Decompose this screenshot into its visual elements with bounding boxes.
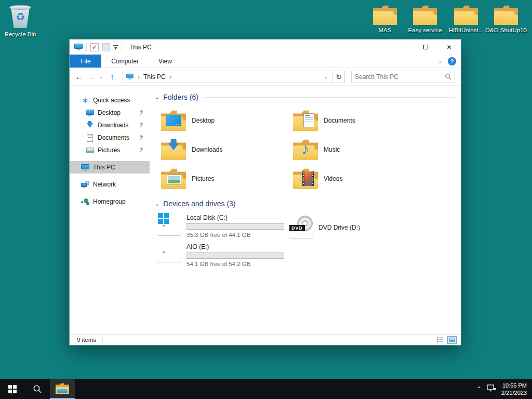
drives-section-header[interactable]: ⌄ Devices and drives (3) bbox=[155, 198, 457, 209]
qat-properties-button[interactable]: ✓ bbox=[90, 43, 99, 51]
clock-date: 2/21/2023 bbox=[501, 390, 527, 396]
folder-icon bbox=[373, 5, 397, 25]
pin-icon bbox=[138, 135, 144, 141]
desktop-shortcut-oo-shutup10[interactable]: O&O ShutUp10 bbox=[485, 5, 527, 34]
folder-item-music[interactable]: ♪ Music bbox=[293, 135, 425, 164]
sidebar-item-homegroup[interactable]: Homegroup bbox=[70, 195, 150, 208]
taskbar-file-explorer-button[interactable] bbox=[50, 379, 75, 399]
sidebar-item-this-pc[interactable]: This PC bbox=[70, 161, 150, 174]
this-pc-icon bbox=[81, 163, 89, 171]
breadcrumb-separator: › bbox=[134, 73, 143, 81]
drive-item-local-disk-c[interactable]: Local Disk (C:) 35.3 GB free of 44.1 GB bbox=[157, 213, 289, 242]
qat-new-folder-button[interactable] bbox=[102, 43, 110, 51]
file-explorer-icon bbox=[56, 383, 69, 394]
minimize-button[interactable] bbox=[391, 39, 414, 55]
desktop-shortcut-mas[interactable]: MAS bbox=[364, 5, 406, 34]
search-input[interactable] bbox=[355, 73, 445, 81]
desktop-icon bbox=[86, 109, 94, 117]
music-folder-icon: ♪ bbox=[293, 139, 318, 160]
address-dropdown-chevron[interactable]: ⌄ bbox=[320, 74, 332, 79]
pin-icon bbox=[138, 147, 144, 153]
taskbar-search-button[interactable] bbox=[25, 379, 50, 399]
documents-folder-icon bbox=[293, 110, 318, 131]
search-icon bbox=[445, 73, 451, 80]
pictures-folder-icon bbox=[161, 168, 186, 189]
recycle-bin-label: Recycle Bin bbox=[0, 31, 41, 38]
quick-access-star-icon: ✶ bbox=[81, 96, 89, 104]
desktop-shortcut-hibituninstaller[interactable]: HiBitUninst... bbox=[445, 5, 487, 34]
taskbar-clock[interactable]: 10:55 PM 2/21/2023 bbox=[501, 382, 527, 396]
collapse-chevron-icon[interactable]: ⌄ bbox=[155, 94, 159, 101]
navigation-bar: ← → ⌄ ↑ › This PC › ⌄ ↻ bbox=[70, 68, 461, 86]
section-divider bbox=[241, 204, 455, 204]
start-button[interactable] bbox=[0, 379, 25, 399]
free-space-text: 35.3 GB free of 44.1 GB bbox=[187, 232, 284, 238]
status-bar: 9 items bbox=[70, 334, 461, 345]
items-count: 9 items bbox=[77, 337, 103, 343]
sidebar-item-pictures[interactable]: Pictures bbox=[70, 144, 150, 156]
capacity-bar bbox=[187, 252, 284, 259]
folder-item-videos[interactable]: Videos bbox=[293, 164, 425, 193]
folder-item-downloads[interactable]: Downloads bbox=[161, 135, 293, 164]
file-explorer-window: ✓ ▾ This PC ✕ File Computer View ⌄ bbox=[69, 39, 461, 345]
folder-item-desktop[interactable]: Desktop bbox=[161, 106, 293, 135]
this-pc-icon bbox=[126, 74, 134, 79]
refresh-button[interactable]: ↻ bbox=[333, 71, 345, 83]
videos-folder-icon bbox=[293, 168, 318, 189]
details-view-button[interactable] bbox=[435, 336, 445, 344]
network-tray-icon[interactable] bbox=[487, 384, 496, 394]
title-bar[interactable]: ✓ ▾ This PC ✕ bbox=[70, 39, 461, 55]
sidebar-item-quick-access[interactable]: ✶ Quick access bbox=[70, 94, 150, 107]
drive-item-aio-e[interactable]: AIO (E:) 54.1 GB free of 54.2 GB bbox=[157, 242, 289, 271]
forward-button[interactable]: → bbox=[85, 72, 98, 81]
window-title: This PC bbox=[129, 44, 152, 51]
drive-item-dvd-d[interactable]: DVD DVD Drive (D:) bbox=[289, 213, 421, 242]
clock-time: 10:55 PM bbox=[502, 382, 527, 389]
dvd-drive-icon: DVD bbox=[289, 216, 314, 240]
pin-icon bbox=[138, 122, 144, 128]
shortcut-label: Easy service bbox=[404, 26, 446, 34]
homegroup-icon bbox=[81, 197, 89, 206]
expand-ribbon-icon[interactable]: ⌄ bbox=[438, 58, 443, 64]
help-button[interactable]: ? bbox=[448, 57, 456, 65]
breadcrumb-this-pc[interactable]: This PC bbox=[143, 73, 166, 81]
recycle-bin-shortcut[interactable]: ♻ Recycle Bin bbox=[0, 4, 41, 38]
address-bar[interactable]: › This PC › ⌄ bbox=[123, 71, 333, 83]
tab-view[interactable]: View bbox=[149, 55, 182, 68]
pictures-icon bbox=[86, 146, 94, 154]
breadcrumb-separator[interactable]: › bbox=[166, 73, 175, 81]
back-button[interactable]: ← bbox=[73, 72, 85, 81]
tab-file[interactable]: File bbox=[70, 55, 101, 68]
this-pc-window-icon bbox=[74, 44, 83, 50]
folder-icon bbox=[494, 5, 518, 25]
sidebar-item-downloads[interactable]: Downloads bbox=[70, 119, 150, 131]
sidebar-item-documents[interactable]: Documents bbox=[70, 131, 150, 144]
ribbon-tab-row: File Computer View ⌄ ? bbox=[70, 55, 461, 68]
recent-locations-chevron[interactable]: ⌄ bbox=[98, 74, 105, 79]
folders-section-header[interactable]: ⌄ Folders (6) bbox=[155, 92, 457, 102]
close-button[interactable]: ✕ bbox=[437, 39, 461, 55]
desktop: ♻ Recycle Bin MAS Easy service HiBitUnin… bbox=[0, 0, 532, 399]
downloads-icon bbox=[86, 121, 94, 129]
search-box[interactable] bbox=[351, 71, 455, 83]
qat-customize-dropdown[interactable]: ▾ bbox=[113, 45, 118, 49]
maximize-button[interactable] bbox=[414, 39, 437, 55]
up-button[interactable]: ↑ bbox=[106, 72, 118, 81]
capacity-bar bbox=[187, 223, 284, 230]
sidebar-item-network[interactable]: Network bbox=[70, 178, 150, 191]
local-disk-icon bbox=[157, 213, 182, 237]
folder-item-pictures[interactable]: Pictures bbox=[161, 164, 293, 193]
sidebar-item-desktop[interactable]: Desktop bbox=[70, 107, 150, 119]
windows-logo-icon bbox=[8, 385, 17, 393]
desktop-shortcut-easy-service[interactable]: Easy service bbox=[404, 5, 446, 34]
section-divider bbox=[204, 97, 455, 98]
documents-icon bbox=[86, 134, 94, 142]
downloads-folder-icon bbox=[161, 139, 186, 160]
shortcut-label: MAS bbox=[364, 26, 406, 34]
tab-computer[interactable]: Computer bbox=[101, 55, 149, 68]
collapse-chevron-icon[interactable]: ⌄ bbox=[155, 201, 159, 207]
large-icons-view-button[interactable] bbox=[447, 336, 457, 344]
folder-item-documents[interactable]: Documents bbox=[293, 106, 425, 135]
show-hidden-icons-chevron[interactable]: ⌃ bbox=[476, 385, 482, 393]
pin-icon bbox=[138, 110, 144, 116]
